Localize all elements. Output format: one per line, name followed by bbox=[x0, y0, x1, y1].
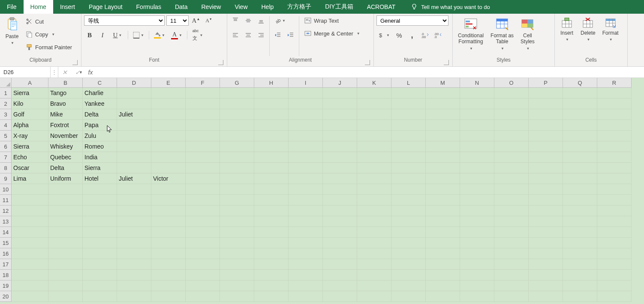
cell[interactable] bbox=[220, 227, 254, 238]
row-header[interactable]: 9 bbox=[0, 173, 12, 184]
cell[interactable] bbox=[186, 238, 220, 248]
cell[interactable]: Victor bbox=[151, 173, 186, 184]
align-right-button[interactable] bbox=[256, 30, 267, 40]
cell[interactable] bbox=[220, 131, 254, 141]
row-header[interactable]: 16 bbox=[0, 248, 12, 259]
cell[interactable] bbox=[254, 88, 289, 98]
cell[interactable] bbox=[151, 141, 186, 152]
cell[interactable] bbox=[83, 248, 117, 259]
cell[interactable] bbox=[391, 248, 426, 259]
cell[interactable] bbox=[289, 184, 323, 195]
cell[interactable] bbox=[494, 227, 529, 238]
cell[interactable] bbox=[117, 259, 151, 270]
dialog-launcher-icon[interactable] bbox=[365, 60, 370, 65]
column-header[interactable]: E bbox=[151, 78, 186, 88]
cell[interactable] bbox=[48, 291, 83, 302]
cell[interactable] bbox=[460, 131, 494, 141]
cell[interactable] bbox=[254, 206, 289, 216]
cell[interactable] bbox=[529, 280, 563, 291]
cell[interactable] bbox=[563, 98, 597, 109]
cell[interactable] bbox=[186, 152, 220, 163]
cell[interactable] bbox=[391, 216, 426, 227]
align-center-button[interactable] bbox=[243, 30, 254, 40]
cancel-formula-button[interactable]: ✕ bbox=[58, 67, 71, 77]
cell[interactable] bbox=[289, 248, 323, 259]
cell[interactable] bbox=[460, 259, 494, 270]
cell[interactable] bbox=[117, 248, 151, 259]
cell[interactable] bbox=[323, 163, 357, 173]
cell[interactable]: Juliet bbox=[117, 109, 151, 120]
cell[interactable] bbox=[391, 173, 426, 184]
cell[interactable] bbox=[254, 280, 289, 291]
format-painter-button[interactable]: Format Painter bbox=[23, 42, 75, 52]
dialog-launcher-icon[interactable] bbox=[72, 60, 78, 65]
merge-center-button[interactable]: Merge & Center ▼ bbox=[302, 28, 366, 39]
cell[interactable] bbox=[289, 270, 323, 280]
cell[interactable]: Lima bbox=[12, 173, 48, 184]
cell[interactable]: Hotel bbox=[83, 173, 117, 184]
cell[interactable] bbox=[220, 88, 254, 98]
menu-tab-review[interactable]: Review bbox=[195, 0, 228, 14]
cell[interactable]: Juliet bbox=[117, 173, 151, 184]
cell[interactable] bbox=[289, 216, 323, 227]
cell[interactable]: X-ray bbox=[12, 131, 48, 141]
cell[interactable] bbox=[529, 206, 563, 216]
align-top-button[interactable] bbox=[230, 15, 241, 26]
cell[interactable] bbox=[391, 88, 426, 98]
cell[interactable] bbox=[597, 109, 632, 120]
cell[interactable] bbox=[289, 291, 323, 302]
cell[interactable] bbox=[357, 248, 391, 259]
cell[interactable]: Romeo bbox=[83, 141, 117, 152]
cell[interactable] bbox=[186, 248, 220, 259]
align-bottom-button[interactable] bbox=[256, 15, 267, 26]
cell[interactable] bbox=[563, 280, 597, 291]
row-header[interactable]: 18 bbox=[0, 270, 12, 280]
cell[interactable] bbox=[460, 206, 494, 216]
cell[interactable] bbox=[357, 184, 391, 195]
cell[interactable] bbox=[494, 98, 529, 109]
orientation-button[interactable]: ab▼ bbox=[272, 15, 288, 26]
cell[interactable] bbox=[357, 259, 391, 270]
cell[interactable] bbox=[186, 291, 220, 302]
row-header[interactable]: 19 bbox=[0, 280, 12, 291]
cell[interactable] bbox=[186, 227, 220, 238]
increase-indent-button[interactable] bbox=[285, 30, 296, 40]
row-header[interactable]: 6 bbox=[0, 141, 12, 152]
cell[interactable]: Delta bbox=[48, 163, 83, 173]
cell[interactable] bbox=[460, 120, 494, 131]
cell[interactable] bbox=[289, 280, 323, 291]
cell[interactable] bbox=[220, 259, 254, 270]
cell[interactable] bbox=[460, 248, 494, 259]
menu-tab-page-layout[interactable]: Page Layout bbox=[82, 0, 129, 14]
cell[interactable] bbox=[357, 109, 391, 120]
cell[interactable]: Uniform bbox=[48, 173, 83, 184]
row-header[interactable]: 14 bbox=[0, 227, 12, 238]
cell[interactable] bbox=[529, 291, 563, 302]
menu-tab-方方格子[interactable]: 方方格子 bbox=[280, 0, 318, 14]
cell[interactable] bbox=[289, 206, 323, 216]
cell[interactable] bbox=[391, 195, 426, 206]
cell[interactable] bbox=[460, 216, 494, 227]
cell[interactable] bbox=[563, 163, 597, 173]
copy-button[interactable]: Copy ▼ bbox=[23, 29, 75, 39]
cell[interactable] bbox=[529, 163, 563, 173]
cell[interactable] bbox=[117, 206, 151, 216]
cell[interactable] bbox=[151, 216, 186, 227]
cell[interactable] bbox=[323, 238, 357, 248]
cell[interactable] bbox=[48, 280, 83, 291]
cell[interactable] bbox=[357, 120, 391, 131]
cell[interactable] bbox=[117, 163, 151, 173]
row-header[interactable]: 3 bbox=[0, 109, 12, 120]
cell[interactable] bbox=[117, 280, 151, 291]
cell[interactable] bbox=[391, 238, 426, 248]
cell[interactable] bbox=[12, 291, 48, 302]
cell[interactable] bbox=[151, 291, 186, 302]
cell[interactable] bbox=[186, 109, 220, 120]
row-header[interactable]: 11 bbox=[0, 195, 12, 206]
row-header[interactable]: 8 bbox=[0, 163, 12, 173]
cell[interactable] bbox=[391, 120, 426, 131]
cell[interactable] bbox=[323, 141, 357, 152]
cell[interactable]: Charlie bbox=[83, 88, 117, 98]
cell[interactable] bbox=[597, 248, 632, 259]
cell[interactable] bbox=[151, 280, 186, 291]
